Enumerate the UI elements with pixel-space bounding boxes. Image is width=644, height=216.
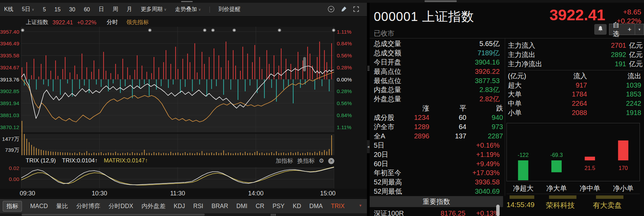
money-flow-row: 主力流出 2892 亿元 [508,50,643,59]
trade-ticker-row[interactable]: 14:55:49 荣科科技 有大卖盘 [506,201,644,210]
indicator-tab[interactable]: DMA [309,203,323,210]
stat-row: 今日开盘 3904.16 [374,58,503,67]
svg-text:3913.76: 3913.76 [0,77,19,82]
net-flow-category: 净大单 [540,184,573,193]
scrollbar-thumb[interactable] [22,214,205,216]
swap-indicator-button[interactable]: 换指标 [297,157,315,165]
time-tick: 15:00 [320,190,335,197]
indicator-menu-button[interactable]: 指标 [3,201,22,212]
indicator-tab[interactable]: 分时DDX [109,202,133,210]
chart-panel: K线 ∨ 5日 ∨ 5 ∨ [0,3,367,216]
add-indicator-button[interactable]: 加指标 [276,157,293,165]
breadth-row: 全A 2896 137 2287 [374,132,503,141]
leading-indicator-label[interactable]: 领先指标 [126,19,149,26]
toolbar-item[interactable]: 更多周期 ∨ [141,6,166,13]
top-scrollbar[interactable] [425,0,457,2]
indicator-tab-bar: 指标 MACD量比分时博弈分时DDX内外盘差KDJRSIBRARDMICRPSY… [0,198,367,213]
alert-bell-button[interactable] [594,24,607,35]
chart-toolbar: K线 ∨ 5日 ∨ 5 ∨ [0,3,367,16]
mode-intraday-label[interactable]: 分时 [107,19,118,26]
history-dropdown-icon[interactable] [327,5,335,14]
indicator-tab[interactable]: CR [255,203,264,210]
svg-text:0.84%: 0.84% [337,112,352,118]
important-index-header[interactable]: 重要指数 [370,196,503,207]
toolbar-item[interactable]: 月 ∨ [127,6,132,13]
stat-row: 外盘总量 2.82亿 [374,94,503,104]
index-change-pct: +0.22% [77,19,96,26]
performance-row: 60日 +9.49% [374,159,503,169]
divider [508,70,643,70]
money-flow-row: 主力净流出 191 亿元 [508,59,643,69]
quote-panel: 000001 上证指数 3922.41 +8.65 +0.22% 已收市 自选+… [370,3,644,216]
divider [506,194,640,194]
svg-text:0.56%: 0.56% [337,53,352,58]
performance-row: 52周最低 3040.69 [374,187,503,196]
toolbar-item[interactable]: K线 ∨ [4,6,13,13]
index-price: 3922.41 [52,19,73,26]
stat-row: 内盘总量 2.83亿 [374,85,503,94]
trix-indicator-header: TRIX (12,9) TRIX:0.0104↑ MATRIX:0.0147↑ [26,157,148,164]
matrix-value: MATRIX:0.0147↑ [104,157,148,164]
quote-last-price: 3922.41 [549,6,605,24]
toolbar-item[interactable]: 5日 ∨ [22,6,34,13]
toolbar-item[interactable]: 走势叠加 ∨ [175,6,201,13]
breadth-row: 沪全市 1289 64 973 [374,122,503,132]
vertical-scrollbar-thumb[interactable] [303,57,306,71]
toolbar-item[interactable]: 60 ∨ [84,7,90,13]
flow-table-row: 超大 917 1039 [508,81,643,90]
svg-text:-122: -122 [518,152,529,158]
indicator-tab[interactable]: KD [293,203,301,210]
draw-brush-icon[interactable] [341,6,347,14]
toolbar-item[interactable]: 到价提醒 ∨ [218,6,240,13]
stat-row: 总成交量 5.65亿 [374,39,503,48]
close-icon[interactable]: ✕ [328,158,334,164]
panel-splitter[interactable]: ◀ [367,3,370,216]
indicator-tab[interactable]: MACD [30,203,48,210]
indicator-tab[interactable]: BRAR [212,203,228,210]
time-tick: 11:30 [170,190,185,197]
indicator-tab[interactable]: TRIX [331,203,345,210]
watchlist-dropdown-button[interactable]: ▼ [635,24,644,35]
chart-legend: 上证指数 3922.41 +0.22% 分时 领先指标 [26,19,149,26]
horizontal-scrollbar [0,213,367,216]
svg-text:0.00%: 0.00% [337,77,352,82]
bell-icon [598,26,603,33]
add-watchlist-button[interactable]: 自选+ [609,24,635,35]
vertical-scrollbar-thumb[interactable] [496,205,500,216]
performance-row: 年初至今 +17.03% [374,168,503,178]
indicator-tab[interactable]: RSI [193,203,203,210]
toolbar-item[interactable]: 30 ∨ [69,7,75,13]
fullscreen-icon[interactable] [353,6,359,14]
collapse-panel-button[interactable]: ◀ [367,140,370,153]
quote-stats-column: 总成交量 5.65亿 总成交额 7189亿 今日开盘 3904.16 [374,39,503,196]
svg-text:-69.3: -69.3 [550,152,563,158]
drag-handle-icon[interactable] [271,214,272,215]
trix-title: TRIX (12,9) [26,157,56,164]
ticker-note: 有大卖盘 [593,201,622,210]
toolbar-item[interactable]: 15 ∨ [55,7,61,13]
index-quote-row[interactable]: 深证100R 8176.25 +0.13% [374,208,503,216]
up-header: 涨 [401,104,429,113]
performance-row: 5日 +0.16% [374,141,503,150]
toolbar-item[interactable]: 周 ∨ [112,6,118,13]
toolbar-item[interactable]: 日 ∨ [98,6,104,13]
ticker-stock-name: 荣科科技 [546,201,593,210]
quote-code-name: 000001 上证指数 [374,8,474,25]
indicator-tab[interactable]: 量比 [56,202,68,210]
indicator-tab[interactable]: 内外盘差 [141,202,165,210]
stat-row: 总成交额 7189亿 [374,48,503,58]
toolbar-icons [327,3,359,16]
svg-text:739万: 739万 [5,147,20,153]
svg-text:3957.40: 3957.40 [0,29,19,35]
indicator-tab[interactable]: KDJ [174,203,185,210]
indicator-tab[interactable]: DMI [236,203,247,210]
indicator-tab[interactable]: 分时博弈 [76,202,100,210]
down-header: 跌 [466,104,503,113]
splitter-handle[interactable] [181,1,193,2]
toolbar-item[interactable]: 5 ∨ [43,7,46,13]
gear-icon[interactable]: ⚙ [319,157,324,164]
indicator-tab[interactable]: PSY [273,203,285,210]
svg-text:0.00: 0.00 [9,176,20,182]
svg-text:3946.49: 3946.49 [0,41,19,46]
tab-overflow-caret-icon[interactable]: ▼ [359,204,362,207]
